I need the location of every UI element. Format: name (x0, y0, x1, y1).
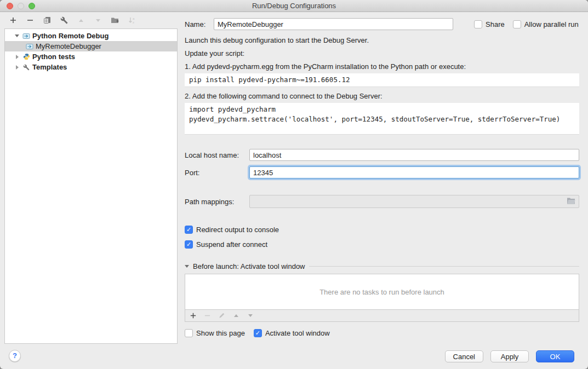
before-launch-title: Before launch: Activate tool window (193, 262, 305, 270)
activate-tool-window-checkbox[interactable] (254, 329, 262, 337)
add-icon[interactable] (9, 16, 17, 25)
local-host-label: Local host name: (185, 151, 249, 159)
tree-item-label: Python Remote Debug (32, 32, 109, 40)
configurations-tree: Python Remote Debug MyRemoteDebugger Pyt… (4, 28, 178, 344)
cancel-button[interactable]: Cancel (445, 350, 483, 362)
window-controls (7, 3, 35, 9)
remote-debug-config-icon (22, 32, 30, 40)
suspend-after-connect-checkbox[interactable] (185, 240, 193, 249)
python-icon (22, 53, 30, 61)
suspend-after-connect-label: Suspend after connect (196, 240, 267, 249)
before-launch-empty-text: There are no tasks to run before launch (319, 288, 444, 296)
add-icon[interactable] (190, 312, 197, 319)
allow-parallel-run-checkbox[interactable] (513, 20, 521, 28)
chevron-down-icon[interactable] (14, 33, 20, 39)
svg-text:z: z (133, 21, 134, 24)
allow-parallel-group: Allow parallel run (513, 20, 579, 28)
port-label: Port: (185, 169, 249, 177)
share-group: Share (474, 20, 505, 28)
move-up-icon (232, 312, 239, 319)
copy-icon[interactable] (43, 16, 51, 25)
tree-item-python-remote-debug[interactable]: Python Remote Debug (5, 31, 177, 41)
remove-icon (204, 312, 211, 319)
move-down-icon (247, 312, 254, 319)
apply-button[interactable]: Apply (490, 350, 529, 362)
run-debug-configurations-dialog: Run/Debug Configurations (0, 0, 588, 369)
minimize-window-button (18, 3, 24, 9)
tree-item-python-tests[interactable]: Python tests (5, 51, 177, 62)
pip-install-code: pip install pydevd-pycharm~=191.6605.12 (185, 73, 579, 87)
allow-parallel-run-label: Allow parallel run (524, 20, 579, 28)
intro-text: Launch this debug configuration to start… (185, 36, 579, 45)
remove-icon[interactable] (26, 16, 34, 25)
window-title: Run/Debug Configurations (252, 2, 336, 10)
port-row: Port: (185, 166, 579, 178)
chevron-down-icon[interactable] (185, 265, 189, 268)
tree-item-label: Python tests (32, 53, 75, 61)
zoom-window-button[interactable] (28, 3, 35, 9)
path-mappings-row: Path mappings: (185, 195, 579, 208)
name-input[interactable] (214, 18, 453, 30)
settrace-code-line1: import pydevd_pycharm (189, 105, 575, 114)
ok-button[interactable]: OK (536, 350, 574, 362)
activate-tool-window-label: Activate tool window (265, 329, 330, 337)
svg-text:a: a (133, 17, 135, 20)
tree-item-label: MyRemoteDebugger (36, 42, 101, 50)
tree-item-myremotedebugger[interactable]: MyRemoteDebugger (5, 41, 177, 51)
chevron-right-icon[interactable] (14, 54, 20, 60)
dialog-body: az Python Remote Debug MyRemoteDebugger (0, 12, 588, 368)
divider (309, 266, 579, 267)
redirect-output-row: Redirect output to console (185, 224, 579, 234)
before-launch-toolbar (185, 310, 579, 322)
page-options-row: Show this page Activate tool window (185, 329, 579, 337)
tree-item-templates[interactable]: Templates (5, 62, 177, 72)
show-this-page-label: Show this page (196, 329, 245, 337)
before-launch-header[interactable]: Before launch: Activate tool window (185, 262, 579, 270)
step1-text: 1. Add pydevd-pycharm.egg from the PyCha… (185, 62, 579, 72)
local-host-row: Local host name: (185, 149, 579, 161)
edit-icon (218, 312, 225, 319)
settrace-code: import pydevd_pycharm pydevd_pycharm.set… (185, 103, 579, 135)
help-button[interactable]: ? (9, 350, 21, 362)
edit-templates-icon[interactable] (60, 16, 68, 25)
wrench-icon (22, 64, 30, 71)
redirect-output-label: Redirect output to console (196, 226, 279, 234)
settrace-code-line2: pydevd_pycharm.settrace('localhost', por… (189, 114, 575, 124)
close-window-button[interactable] (7, 3, 13, 9)
title-bar[interactable]: Run/Debug Configurations (0, 0, 588, 12)
new-folder-icon[interactable] (111, 16, 119, 25)
browse-folder-icon[interactable] (567, 197, 575, 206)
show-this-page-checkbox[interactable] (185, 329, 193, 337)
path-mappings-label: Path mappings: (185, 198, 249, 206)
move-up-icon (77, 16, 85, 25)
suspend-after-connect-row: Suspend after connect (185, 239, 579, 249)
port-input[interactable] (249, 166, 579, 178)
configuration-form: Name: Share Allow parallel run Launch th… (178, 12, 588, 368)
sort-alphabetically-icon: az (128, 16, 136, 25)
dialog-buttons: Cancel Apply OK (445, 350, 574, 362)
share-checkbox[interactable] (474, 20, 482, 28)
path-mappings-input[interactable] (249, 195, 579, 208)
chevron-right-icon[interactable] (14, 64, 20, 71)
sidebar: az Python Remote Debug MyRemoteDebugger (0, 12, 178, 368)
name-label: Name: (185, 20, 214, 28)
sidebar-toolbar: az (4, 12, 136, 28)
name-row: Name: Share Allow parallel run (185, 18, 579, 30)
remote-debug-config-icon (26, 43, 33, 50)
tree-item-label: Templates (32, 63, 67, 71)
step2-text: 2. Add the following command to connect … (185, 91, 579, 101)
share-label: Share (486, 20, 505, 28)
update-script-text: Update your script: (185, 49, 579, 59)
before-launch-task-list[interactable]: There are no tasks to run before launch (185, 274, 579, 310)
move-down-icon (94, 16, 102, 25)
redirect-output-checkbox[interactable] (185, 226, 193, 234)
local-host-input[interactable] (249, 149, 579, 161)
